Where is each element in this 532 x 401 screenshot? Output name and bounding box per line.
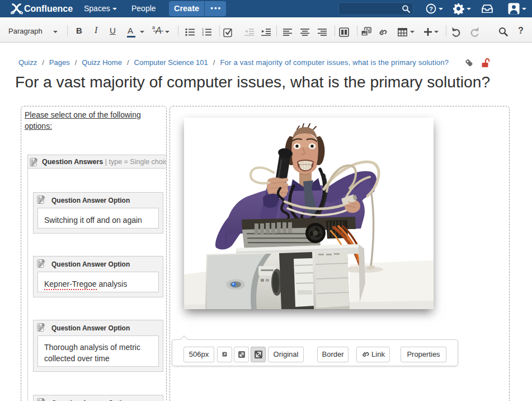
svg-text:3: 3 xyxy=(202,33,204,36)
svg-text:?: ? xyxy=(429,6,433,12)
